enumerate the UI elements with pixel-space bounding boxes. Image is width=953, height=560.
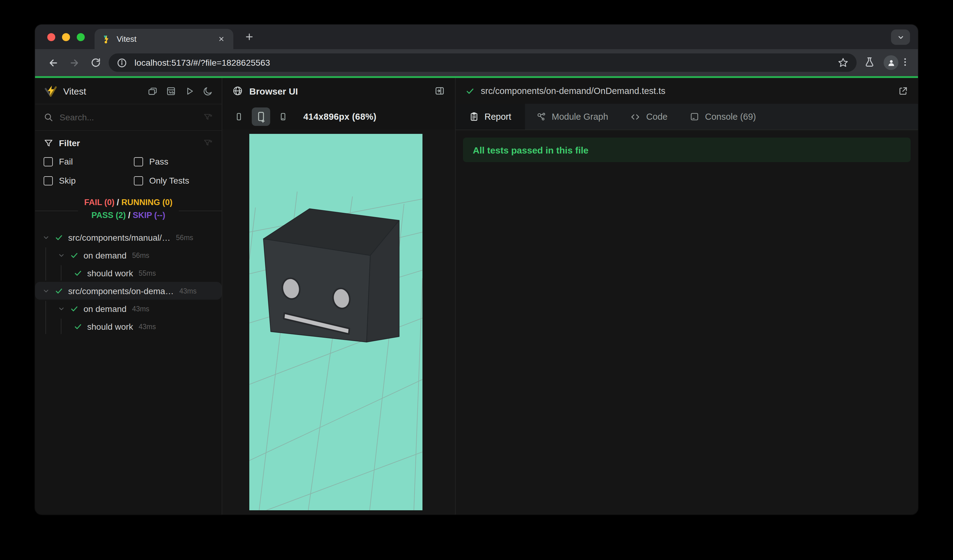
check-icon	[70, 251, 79, 259]
minimize-window-button[interactable]	[62, 33, 70, 41]
chevron-down-icon[interactable]	[58, 251, 65, 259]
test-label: should work	[87, 321, 133, 331]
check-icon	[74, 322, 82, 330]
skip-count: SKIP (--)	[133, 211, 165, 220]
report-content: All tests passed in this file	[456, 130, 918, 515]
checkbox-label: Fail	[59, 157, 73, 166]
device-phone-plus-button[interactable]	[252, 107, 270, 126]
test-case-row[interactable]: should work 55ms	[35, 264, 222, 282]
preview-area	[222, 130, 455, 515]
back-button[interactable]	[47, 57, 59, 69]
close-window-button[interactable]	[47, 33, 55, 41]
code-icon	[630, 112, 641, 122]
filter-option-fail[interactable]: Fail	[43, 157, 134, 166]
test-suite-row[interactable]: on demand 56ms	[35, 246, 222, 264]
tab-search-button[interactable]	[891, 29, 910, 45]
new-tab-button[interactable]	[244, 32, 254, 42]
test-viewport[interactable]	[249, 134, 422, 510]
tab-label: Code	[646, 112, 667, 122]
test-file-row[interactable]: src/components/manual/… 56ms	[35, 228, 222, 246]
browser-tab[interactable]: Vitest	[95, 29, 233, 49]
test-case-row[interactable]: should work 43ms	[35, 318, 222, 335]
test-file-row-selected[interactable]: src/components/on-dema… 43ms	[35, 282, 222, 299]
test-duration: 43ms	[138, 323, 156, 330]
checkbox[interactable]	[43, 176, 53, 185]
forward-button[interactable]	[69, 57, 81, 69]
checkbox-label: Pass	[149, 157, 168, 166]
search-icon	[43, 112, 53, 122]
test-label: src/components/on-dema…	[68, 286, 174, 296]
run-all-play-icon[interactable]	[184, 86, 195, 96]
separator: /	[128, 211, 130, 220]
reset-filter-icon[interactable]	[203, 138, 213, 148]
robot-cube-scene	[249, 134, 422, 510]
test-label: on demand	[84, 304, 126, 313]
checkbox[interactable]	[43, 157, 53, 166]
app-title: Vitest	[63, 86, 86, 96]
module-graph-icon	[536, 112, 546, 122]
url-text[interactable]: localhost:5173/#/?file=1828625563	[135, 58, 270, 68]
check-icon	[466, 86, 475, 96]
tab-code[interactable]: Code	[619, 104, 678, 130]
report-tabs: Report Module Graph Code Console (69)	[456, 104, 918, 130]
vitest-ui: Vitest	[35, 78, 918, 515]
filter-option-skip[interactable]: Skip	[43, 175, 134, 185]
check-icon	[74, 268, 82, 277]
filter-options: Fail Pass Skip Only Tests	[43, 157, 213, 185]
test-duration: 56ms	[176, 234, 193, 241]
tab-label: Report	[484, 112, 511, 122]
checkbox-label: Skip	[59, 175, 76, 185]
test-tree: src/components/manual/… 56ms on demand 5…	[35, 228, 222, 335]
summary-counts: FAIL (0) / RUNNING (0) PASS (2) / SKIP (…	[78, 196, 178, 222]
console-icon	[689, 112, 699, 122]
tab-label: Console (69)	[705, 112, 756, 122]
filter-funnel-icon	[43, 138, 53, 148]
chevron-down-icon[interactable]	[58, 305, 65, 312]
search-placeholder: Search...	[60, 112, 94, 122]
collapse-panels-icon[interactable]	[147, 86, 158, 96]
close-tab-icon[interactable]	[216, 34, 227, 45]
check-icon	[70, 304, 79, 313]
sidebar-actions	[147, 86, 213, 96]
search-bar[interactable]: Search...	[35, 104, 222, 130]
test-suite-row[interactable]: on demand 43ms	[35, 299, 222, 318]
device-phone-small-button[interactable]	[230, 107, 248, 126]
check-icon	[55, 233, 63, 242]
filter-option-only-tests[interactable]: Only Tests	[134, 175, 213, 185]
filter-section: Filter Fail Pass Skip Only Tests	[35, 130, 222, 188]
globe-icon	[232, 85, 243, 96]
chevron-down-icon[interactable]	[42, 234, 50, 241]
open-external-icon[interactable]	[898, 86, 908, 96]
clear-filter-icon[interactable]	[203, 112, 213, 122]
filter-option-pass[interactable]: Pass	[134, 157, 213, 166]
desktop: Vitest localhost:5173/#/?file=1828625563	[0, 0, 953, 560]
tab-report[interactable]: Report	[456, 104, 525, 130]
reload-button[interactable]	[90, 57, 101, 68]
dark-mode-moon-icon[interactable]	[203, 86, 213, 96]
checkbox[interactable]	[134, 176, 143, 185]
browser-menu-icon[interactable]	[900, 56, 911, 68]
bookmark-star-icon[interactable]	[838, 57, 849, 68]
browser-toolbar: localhost:5173/#/?file=1828625563	[35, 49, 918, 76]
profile-avatar[interactable]	[884, 55, 898, 70]
browser-tab-strip: Vitest	[35, 25, 918, 49]
device-phone-minus-button[interactable]	[274, 107, 292, 126]
checkbox[interactable]	[134, 157, 143, 166]
dashboard-icon[interactable]	[166, 86, 176, 96]
report-header: src/components/on-demand/OnDemand.test.t…	[456, 78, 918, 104]
test-label: src/components/manual/…	[68, 233, 171, 242]
test-file-path: src/components/on-demand/OnDemand.test.t…	[481, 86, 665, 96]
site-info-icon[interactable]	[117, 57, 127, 68]
running-count: RUNNING (0)	[121, 198, 172, 207]
tab-module-graph[interactable]: Module Graph	[525, 104, 619, 130]
experiments-flask-icon[interactable]	[864, 56, 875, 68]
sidebar: Vitest	[35, 78, 222, 515]
pass-count: PASS (2)	[92, 211, 126, 220]
check-icon	[55, 287, 63, 295]
chevron-down-icon[interactable]	[42, 287, 50, 295]
address-bar[interactable]: localhost:5173/#/?file=1828625563	[109, 53, 857, 72]
zoom-window-button[interactable]	[77, 33, 85, 41]
report-panel: src/components/on-demand/OnDemand.test.t…	[456, 78, 918, 515]
dock-panel-icon[interactable]	[434, 85, 445, 96]
tab-console[interactable]: Console (69)	[678, 104, 767, 130]
